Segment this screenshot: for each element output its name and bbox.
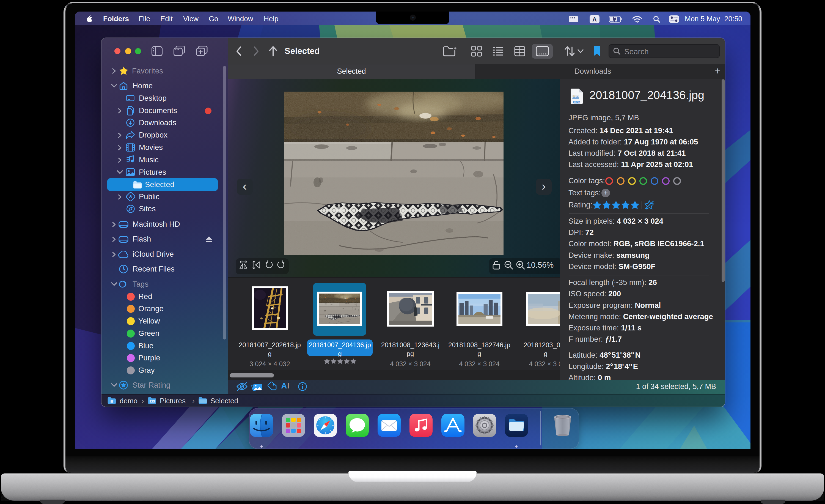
svg-text:A: A — [592, 16, 597, 23]
svg-text:JPEG: JPEG — [574, 101, 580, 103]
